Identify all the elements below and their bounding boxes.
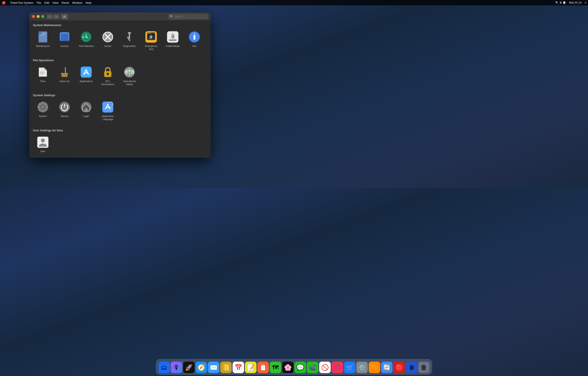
icon-user[interactable]: User bbox=[33, 135, 53, 154]
svg-rect-73 bbox=[46, 106, 48, 108]
application-language-label: Application Language bbox=[99, 115, 116, 121]
application-language-icon: A bbox=[102, 101, 114, 113]
icon-diagnostics[interactable]: Diagnostics bbox=[119, 29, 139, 52]
menu-reset[interactable]: Reset bbox=[62, 1, 69, 4]
svg-point-34 bbox=[149, 33, 150, 34]
svg-rect-10 bbox=[61, 33, 68, 34]
login-icon bbox=[80, 101, 92, 113]
menu-bar: 🍎 TinkerTool System File Edit View Reset… bbox=[0, 0, 294, 5]
applications-icon: A bbox=[80, 66, 92, 78]
close-button[interactable] bbox=[32, 15, 35, 18]
svg-rect-49 bbox=[40, 73, 45, 73]
icon-system[interactable]: System bbox=[33, 100, 53, 122]
icon-install-media[interactable]: 🖥 macOS Install Media bbox=[163, 29, 183, 52]
startup-icon bbox=[58, 101, 71, 113]
files-label: Files bbox=[40, 80, 45, 83]
icon-application-language[interactable]: A Application Language bbox=[98, 100, 118, 122]
svg-point-6 bbox=[39, 32, 41, 34]
icon-operational-safety[interactable]: Operational Safety bbox=[119, 65, 139, 87]
svg-rect-11 bbox=[63, 32, 66, 33]
emergency-tool-label: Emergency Tool bbox=[142, 44, 160, 51]
app-name[interactable]: TinkerTool System bbox=[10, 1, 33, 4]
icon-issues[interactable]: Issues bbox=[98, 29, 118, 52]
search-input[interactable] bbox=[175, 15, 206, 18]
caches-label: Caches bbox=[60, 44, 68, 48]
install-media-icon: 🖥 macOS bbox=[167, 31, 179, 43]
time-machine-label: Time Machine bbox=[79, 44, 94, 48]
menu-view[interactable]: View bbox=[52, 1, 59, 4]
icon-startup[interactable]: Startup bbox=[54, 100, 74, 122]
svg-rect-51 bbox=[65, 67, 66, 73]
menu-window[interactable]: Window bbox=[72, 1, 82, 4]
system-label: System bbox=[39, 115, 47, 118]
diagnostics-icon bbox=[123, 31, 136, 43]
svg-rect-48 bbox=[40, 72, 44, 72]
icon-applications[interactable]: A Applications bbox=[76, 65, 96, 87]
title-bar: ‹ › ⊞ 🔍 bbox=[29, 12, 210, 21]
icon-info[interactable]: i Info bbox=[184, 29, 204, 52]
search-bar[interactable]: 🔍 bbox=[168, 14, 208, 19]
svg-point-81 bbox=[87, 110, 87, 110]
startup-label: Startup bbox=[61, 115, 68, 118]
applications-label: Applications bbox=[80, 80, 93, 83]
clean-up-icon bbox=[58, 66, 71, 78]
section-system-settings: System Settings bbox=[29, 91, 210, 126]
icon-time-machine[interactable]: Time Machine bbox=[76, 29, 96, 52]
main-window: ‹ › ⊞ 🔍 System Maintenance bbox=[29, 12, 210, 158]
svg-rect-47 bbox=[193, 35, 195, 36]
system-icon bbox=[37, 101, 49, 113]
section-system-maintenance: System Maintenance bbox=[29, 21, 210, 56]
maintenance-label: Maintenance bbox=[36, 44, 50, 48]
icon-files[interactable]: Files bbox=[33, 65, 53, 87]
acl-permissions-label: ACL Permissions bbox=[99, 80, 116, 86]
apple-menu[interactable]: 🍎 bbox=[2, 1, 6, 5]
svg-rect-58 bbox=[107, 74, 108, 76]
svg-rect-4 bbox=[40, 35, 44, 36]
maximize-button[interactable] bbox=[41, 15, 44, 18]
svg-rect-9 bbox=[61, 33, 68, 41]
section-icons-user-settings: User bbox=[33, 135, 207, 154]
section-title-system-settings: System Settings bbox=[33, 94, 207, 97]
files-icon bbox=[37, 66, 49, 78]
info-label: Info bbox=[192, 44, 196, 48]
issues-label: Issues bbox=[104, 44, 111, 48]
section-user-settings: User Settings for Dmx User bbox=[29, 126, 210, 158]
svg-rect-46 bbox=[193, 36, 195, 40]
login-label: Login bbox=[83, 115, 89, 118]
maintenance-icon bbox=[37, 31, 49, 43]
icon-login[interactable]: Login bbox=[76, 100, 96, 122]
svg-point-33 bbox=[147, 33, 148, 34]
icon-clean-up[interactable]: Clean Up bbox=[54, 65, 74, 87]
search-icon: 🔍 bbox=[170, 15, 173, 18]
section-title-user-settings: User Settings for Dmx bbox=[33, 129, 207, 132]
menu-file[interactable]: File bbox=[36, 1, 41, 4]
section-icons-file-operations: Files bbox=[33, 65, 207, 87]
section-title-system-maintenance: System Maintenance bbox=[33, 23, 207, 27]
svg-rect-3 bbox=[40, 34, 46, 35]
minimize-button[interactable] bbox=[37, 15, 40, 18]
svg-rect-71 bbox=[42, 111, 43, 112]
icon-maintenance[interactable]: Maintenance bbox=[33, 29, 53, 52]
svg-rect-27 bbox=[128, 32, 129, 34]
issues-icon bbox=[102, 31, 114, 43]
operational-safety-label: Operational Safety bbox=[121, 80, 138, 86]
traffic-lights bbox=[32, 15, 44, 18]
menu-help[interactable]: Help bbox=[85, 1, 91, 4]
menu-edit[interactable]: Edit bbox=[44, 1, 49, 4]
emergency-tool-icon bbox=[145, 31, 157, 43]
info-icon: i bbox=[188, 31, 200, 43]
back-button[interactable]: ‹ bbox=[47, 14, 52, 19]
forward-button[interactable]: › bbox=[53, 14, 59, 19]
window-content: System Maintenance bbox=[29, 21, 210, 158]
user-icon bbox=[37, 136, 49, 148]
icon-acl-permissions[interactable]: ACL Permissions bbox=[98, 65, 118, 87]
icon-caches[interactable]: Caches bbox=[54, 29, 74, 52]
icon-emergency-tool[interactable]: Emergency Tool bbox=[141, 29, 161, 52]
svg-rect-37 bbox=[148, 38, 152, 39]
nav-buttons: ‹ › bbox=[47, 14, 59, 19]
grid-view-button[interactable]: ⊞ bbox=[61, 14, 68, 19]
operational-safety-icon bbox=[123, 66, 136, 78]
svg-rect-50 bbox=[40, 74, 43, 74]
section-icons-system-settings: System Startup bbox=[33, 100, 207, 122]
clean-up-label: Clean Up bbox=[59, 80, 70, 83]
